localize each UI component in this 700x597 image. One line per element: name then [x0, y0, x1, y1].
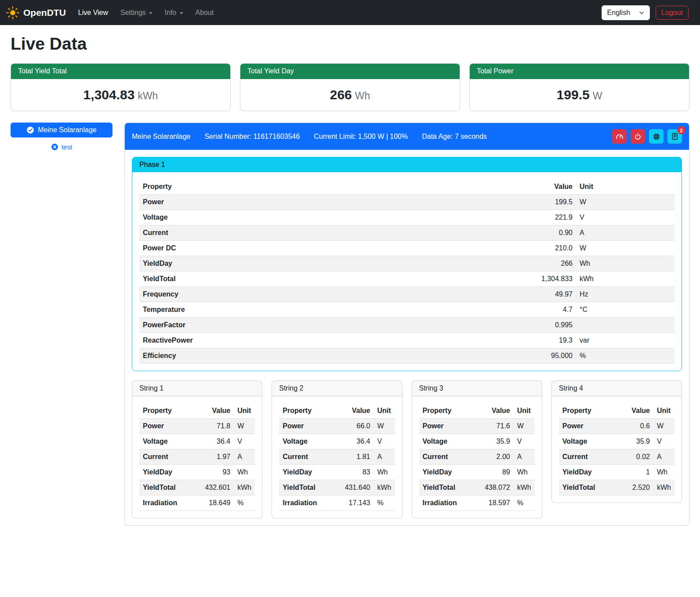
table-row: Irradiation 17.143 %	[279, 496, 395, 511]
summary-card: Total Yield Total 1,304.83kWh	[11, 63, 231, 111]
string-title: String 2	[272, 381, 402, 396]
limit-settings-button[interactable]	[612, 129, 627, 144]
table-row: YieldDay 89 Wh	[419, 465, 535, 480]
row-unit: Wh	[234, 465, 255, 480]
table-row: Current 1.97 A	[139, 449, 255, 465]
row-value: 438.072	[481, 480, 514, 496]
row-property: YieldTotal	[279, 480, 341, 496]
row-unit: %	[374, 496, 395, 511]
summary-card-title: Total Power	[470, 64, 689, 79]
row-unit: A	[576, 225, 675, 241]
row-property: Power	[419, 419, 481, 434]
column-header-property: Property	[279, 403, 341, 419]
string-table: Property Value Unit	[419, 403, 535, 511]
summary-value: 1,304.83	[83, 87, 135, 102]
table-row: Voltage 35.9 V	[559, 434, 675, 449]
column-header-value: Value	[528, 179, 576, 195]
brand-link[interactable]: OpenDTU	[6, 6, 66, 19]
logout-button[interactable]: Logout	[656, 6, 689, 20]
table-row: Power 66.0 W	[279, 419, 395, 434]
row-value: 432.601	[201, 480, 234, 496]
table-row: YieldTotal 432.601 kWh	[139, 480, 255, 496]
row-unit: %	[576, 348, 675, 364]
table-row: Voltage 221.9 V	[139, 210, 675, 225]
nav-item-info[interactable]: Info	[159, 5, 189, 20]
row-value: 1.97	[201, 449, 234, 465]
row-unit: A	[514, 449, 535, 465]
device-settings-button[interactable]	[649, 129, 664, 144]
string-title: String 3	[412, 381, 542, 396]
power-icon	[634, 133, 642, 140]
row-value: 199.5	[528, 195, 576, 210]
nav-item-live-view[interactable]: Live View	[72, 5, 114, 20]
row-value: 66.0	[341, 419, 374, 434]
string-table-body: Power 0.6 W Voltage 35.9	[559, 419, 675, 496]
table-row: ReactivePower 19.3 var	[139, 333, 675, 348]
sun-icon	[6, 6, 19, 19]
row-property: Power DC	[139, 241, 528, 256]
row-value: 2.520	[622, 480, 653, 496]
row-unit: W	[576, 241, 675, 256]
row-value: 0.02	[622, 449, 653, 465]
row-unit: A	[374, 449, 395, 465]
row-unit: °C	[576, 302, 675, 318]
row-unit: W	[653, 419, 675, 434]
column-header-value: Value	[341, 403, 374, 419]
nav-item-settings[interactable]: Settings	[114, 5, 159, 20]
row-property: PowerFactor	[139, 318, 528, 333]
string-table-body: Power 71.6 W Voltage 35.9	[419, 419, 535, 511]
row-property: Power	[139, 195, 528, 210]
cpu-chip-icon	[653, 133, 660, 141]
inverter-sidebar: Meine Solaranlage test	[11, 123, 112, 151]
string-table: Property Value Unit	[279, 403, 395, 511]
summary-cards: Total Yield Total 1,304.83kWh Total Yiel…	[11, 63, 689, 111]
row-property: ReactivePower	[139, 333, 528, 348]
power-button[interactable]	[631, 129, 645, 144]
navbar-right: English Logout	[602, 5, 689, 20]
row-unit: A	[653, 449, 675, 465]
string-card-body: Property Value Unit	[552, 396, 682, 503]
table-row: Power 199.5 W	[139, 195, 675, 210]
nav-item-about[interactable]: About	[189, 5, 220, 20]
string-card: String 3 Property Value Unit	[412, 380, 542, 518]
summary-card-title: Total Yield Day	[240, 64, 460, 79]
row-value: 71.8	[201, 419, 234, 434]
table-header-row: Property Value Unit	[139, 403, 255, 419]
summary-card: Total Power 199.5W	[469, 63, 689, 111]
row-unit: Wh	[653, 465, 675, 480]
nav-label: Settings	[120, 9, 146, 17]
inverter-list-item-test[interactable]: test	[11, 143, 112, 151]
row-unit: %	[514, 496, 535, 511]
inverter-panel-body: Phase 1 Property Value Unit	[125, 150, 689, 525]
row-unit: W	[576, 195, 675, 210]
table-row: YieldDay 266 Wh	[139, 256, 675, 271]
column-header-property: Property	[419, 403, 481, 419]
nav-label: Live View	[78, 9, 108, 17]
string-table: Property Value Unit	[139, 403, 255, 511]
row-value: 1.81	[341, 449, 374, 465]
row-value: 266	[528, 256, 576, 271]
row-value: 1	[622, 465, 653, 480]
row-value: 17.143	[341, 496, 374, 511]
row-value: 83	[341, 465, 374, 480]
journal-text-icon	[671, 133, 678, 140]
row-unit: kWh	[576, 271, 675, 287]
table-row: Frequency 49.97 Hz	[139, 287, 675, 302]
x-circle-icon	[51, 143, 58, 151]
table-row: Current 0.90 A	[139, 225, 675, 241]
row-unit: A	[234, 449, 255, 465]
string-cards: String 1 Property Value Unit	[132, 380, 682, 518]
string-card-body: Property Value Unit	[132, 396, 262, 518]
inverter-list-item-selected[interactable]: Meine Solaranlage	[11, 123, 112, 137]
row-property: YieldTotal	[419, 480, 481, 496]
row-unit: W	[374, 419, 395, 434]
row-value: 35.9	[481, 434, 514, 449]
event-log-button[interactable]: 2	[667, 129, 682, 144]
row-unit: kWh	[234, 480, 255, 496]
column-header-value: Value	[622, 403, 653, 419]
row-value: 93	[201, 465, 234, 480]
language-select[interactable]: English	[602, 5, 650, 20]
string-card: String 1 Property Value Unit	[132, 380, 262, 518]
table-header-row: Property Value Unit	[279, 403, 395, 419]
row-value: 35.9	[622, 434, 653, 449]
